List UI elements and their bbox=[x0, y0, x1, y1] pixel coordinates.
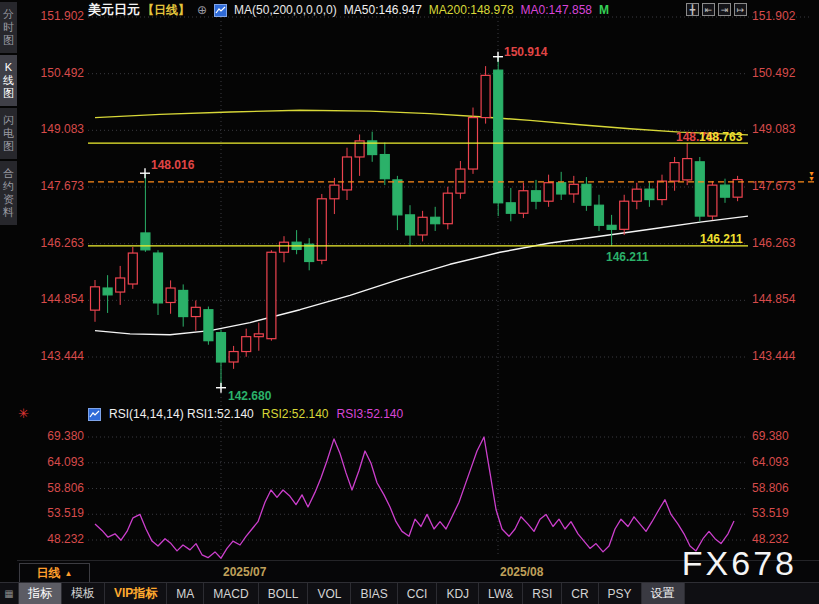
price-annotation: 146.211 bbox=[700, 232, 743, 246]
trading-app: { "header": { "symbol": "美元日元", "period"… bbox=[0, 0, 819, 604]
rsi-axis-label-left: 53.519 bbox=[20, 507, 84, 520]
price-axis-label-right: 151.902 bbox=[752, 10, 795, 23]
period-selector-label: 日线 bbox=[37, 565, 61, 582]
m-flag: M bbox=[599, 3, 609, 17]
rsi2-value: RSI2:52.140 bbox=[262, 407, 329, 421]
toolbar-item-指标[interactable]: 指标 bbox=[19, 583, 62, 604]
toolbar-item-RSI[interactable]: RSI bbox=[523, 583, 562, 604]
rsi-axis-label-left: 58.806 bbox=[20, 482, 84, 495]
sidebar-tab-合约资料[interactable]: 合约资料 bbox=[0, 161, 17, 225]
toolbar-item-PSY[interactable]: PSY bbox=[599, 583, 642, 604]
toolbar-item-KDJ[interactable]: KDJ bbox=[437, 583, 479, 604]
ma-settings-label[interactable]: MA(50,200,0,0,0,0) bbox=[234, 3, 337, 17]
rsi-axis-label-left: 69.380 bbox=[20, 430, 84, 443]
ma-indicator-icon bbox=[214, 4, 227, 17]
price-annotation: 142.680 bbox=[228, 389, 271, 403]
date-axis-label: 2025/07 bbox=[223, 565, 266, 579]
date-axis-label: 2025/08 bbox=[500, 565, 543, 579]
price-axis-label-right: 149.083 bbox=[752, 123, 795, 136]
indicator-toolbar: ▦ 指标模板VIP指标MAMACDBOLLVOLBIASCCIKDJLW&RSI… bbox=[0, 582, 819, 604]
zoom-in-axis-icon[interactable]: ⇥ bbox=[718, 3, 731, 16]
rsi-axis-label-left: 48.232 bbox=[20, 533, 84, 546]
toolbar-item-CR[interactable]: CR bbox=[562, 583, 598, 604]
price-axis-label-right: 143.444 bbox=[752, 350, 795, 363]
pan-right-icon[interactable]: ↦ bbox=[734, 3, 747, 16]
toolbar-item-BIAS[interactable]: BIAS bbox=[351, 583, 397, 604]
price-axis-label-left: 150.492 bbox=[20, 67, 84, 80]
toolbar-item-设置[interactable]: 设置 bbox=[642, 583, 685, 604]
chart-header: 美元日元【日线】 ⊕ MA(50,200,0,0,0,0) MA50:146.9… bbox=[88, 2, 609, 18]
sidebar-tab-分时图[interactable]: 分时图 bbox=[0, 2, 17, 53]
toolbar-item-MA[interactable]: MA bbox=[167, 583, 204, 604]
toolbar-item-MACD[interactable]: MACD bbox=[204, 583, 258, 604]
toolbar-item-模板[interactable]: 模板 bbox=[62, 583, 105, 604]
chevron-up-icon: ▲ bbox=[65, 569, 73, 578]
fx678-watermark: FX678 bbox=[682, 544, 797, 583]
price-axis-label-right: 146.263 bbox=[752, 237, 795, 250]
toolbar-item-BOLL[interactable]: BOLL bbox=[259, 583, 309, 604]
price-axis-label-left: 151.902 bbox=[20, 10, 84, 23]
rsi-axis-label-right: 64.093 bbox=[752, 456, 789, 469]
price-annotation: 148.763 bbox=[699, 130, 742, 144]
ma200-value: MA200:148.978 bbox=[429, 3, 514, 17]
chart-toolbar-icons: ╋⇤⇥↦ bbox=[686, 3, 747, 16]
price-axis-label-right: 150.492 bbox=[752, 67, 795, 80]
price-annotation: 146.211 bbox=[606, 250, 649, 264]
price-annotation: 148.016 bbox=[151, 158, 194, 172]
rsi-axis-label-right: 69.380 bbox=[752, 430, 789, 443]
ma50-value: MA50:146.947 bbox=[344, 3, 422, 17]
price-annotation: 150.914 bbox=[504, 45, 547, 59]
price-axis-label-left: 144.854 bbox=[20, 293, 84, 306]
candlestick-chart-canvas[interactable] bbox=[0, 0, 819, 604]
rsi-axis-label-right: 53.519 bbox=[752, 507, 789, 520]
rsi-axis-label-left: 64.093 bbox=[20, 456, 84, 469]
price-axis-label-right: 147.673 bbox=[752, 180, 795, 193]
rsi-settings-label[interactable]: RSI(14,14,14) RSI1:52.140 bbox=[109, 407, 254, 421]
toolbar-item-CCI[interactable]: CCI bbox=[398, 583, 438, 604]
rsi-axis-label-right: 58.806 bbox=[752, 482, 789, 495]
period-label: 【日线】 bbox=[142, 2, 190, 19]
add-indicator-icon[interactable]: ⊕ bbox=[197, 3, 207, 17]
sidebar-tab-闪电图[interactable]: 闪电图 bbox=[0, 108, 17, 159]
toolbar-item-VIP指标[interactable]: VIP指标 bbox=[105, 583, 167, 604]
rsi-pane-header: RSI(14,14,14) RSI1:52.140 RSI2:52.140 RS… bbox=[88, 407, 403, 421]
period-selector[interactable]: 日线 ▲ bbox=[19, 563, 90, 583]
chart-type-sidebar: 分时图K线图闪电图合约资料 bbox=[0, 0, 17, 604]
symbol-name: 美元日元 bbox=[88, 1, 140, 19]
sidebar-tab-K线图[interactable]: K线图 bbox=[0, 55, 17, 106]
layout-icon[interactable]: ▦ bbox=[0, 583, 19, 604]
rsi-indicator-icon bbox=[88, 408, 101, 421]
zoom-out-axis-icon[interactable]: ⇤ bbox=[702, 3, 715, 16]
price-axis-label-left: 143.444 bbox=[20, 350, 84, 363]
price-axis-label-left: 147.673 bbox=[20, 180, 84, 193]
price-axis-label-left: 149.083 bbox=[20, 123, 84, 136]
indicator-alert-icon[interactable]: ✳ bbox=[18, 406, 29, 421]
toolbar-item-LW&[interactable]: LW& bbox=[479, 583, 523, 604]
price-axis-label-left: 146.263 bbox=[20, 237, 84, 250]
time-axis-row: 日线 ▲ FX678 2025/072025/08 bbox=[0, 560, 819, 583]
ma0-value: MA0:147.858 bbox=[521, 3, 592, 17]
price-axis-label-right: 144.854 bbox=[752, 293, 795, 306]
current-price-marker-icon: ▼▼ bbox=[808, 171, 815, 181]
rsi3-value: RSI3:52.140 bbox=[337, 407, 404, 421]
crosshair-tool-icon[interactable]: ╋ bbox=[686, 3, 699, 16]
toolbar-item-VOL[interactable]: VOL bbox=[308, 583, 351, 604]
